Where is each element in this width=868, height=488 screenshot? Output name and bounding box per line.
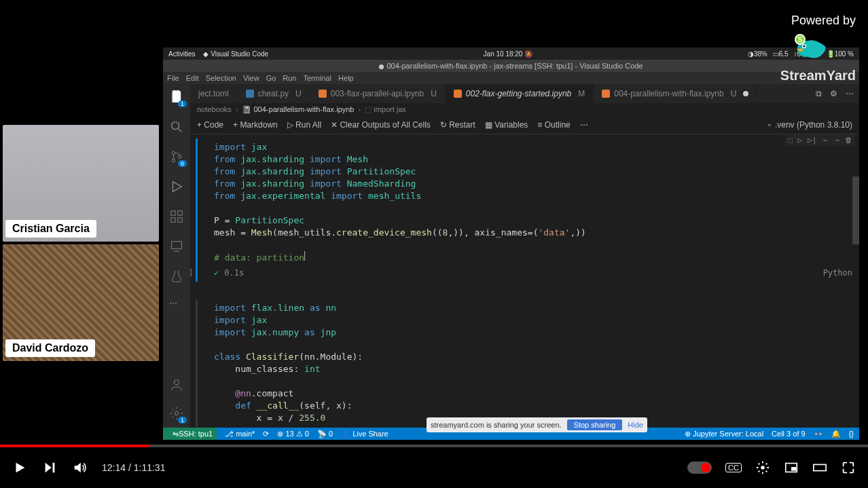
run-all-button[interactable]: ▷ Run All	[287, 120, 321, 130]
code-content-2[interactable]: import flax.linen as nn import jax impor…	[214, 302, 848, 424]
cell-language[interactable]: Python	[823, 268, 852, 278]
video-controls: 12:14 / 1:11:31 CC	[0, 447, 868, 488]
delete-cell-icon[interactable]: 🗑	[845, 136, 852, 145]
gnome-activities[interactable]: Activities	[168, 50, 195, 58]
remote-indicator[interactable]: ⇋ SSH: tpu1	[168, 428, 217, 440]
notifications-icon[interactable]: 🔔	[831, 430, 841, 438]
gnome-datetime: Jan 10 18:20	[484, 50, 523, 58]
notebook-icon	[454, 90, 462, 98]
share-notice-text: streamyard.com is sharing your screen.	[431, 421, 562, 429]
tab-cheat-py[interactable]: cheat.pyU	[238, 84, 310, 103]
code-cell-2[interactable]: import flax.linen as nn import jax impor…	[196, 299, 859, 427]
screen-share-notice: streamyard.com is sharing your screen. S…	[427, 417, 647, 432]
tab-003[interactable]: 003-flax-parallel-api.ipynbU	[310, 84, 446, 103]
theater-button[interactable]	[812, 460, 827, 475]
toolbar-more[interactable]: ⋯	[580, 120, 588, 130]
restart-button[interactable]: ↻ Restart	[440, 120, 475, 130]
svg-rect-12	[178, 218, 182, 222]
code-content[interactable]: import jax from jax.sharding import Mesh…	[214, 141, 848, 264]
gnome-battery-pct: ◑38%	[748, 50, 767, 58]
menu-run[interactable]: Run	[283, 74, 296, 82]
jupyter-server[interactable]: ⊕ Jupyter Server: Local	[685, 430, 763, 438]
menu-file[interactable]: File	[167, 74, 179, 82]
hide-notice-button[interactable]: Hide	[628, 421, 643, 429]
clear-outputs-button[interactable]: ✕ Clear Outputs of All Cells	[331, 120, 431, 130]
git-sync[interactable]: ⟳	[263, 430, 269, 438]
svg-rect-13	[172, 242, 182, 249]
manage-icon[interactable]: 1	[169, 406, 184, 421]
miniplayer-button[interactable]	[784, 460, 799, 475]
more-activity-icon[interactable]: ⋯	[169, 299, 184, 314]
vscode-window: Activities ◆ Visual Studio Code Jan 10 1…	[163, 48, 859, 440]
debug-ports[interactable]: 📡 0	[317, 430, 333, 438]
svg-rect-9	[171, 211, 175, 215]
live-share[interactable]: 👤 Live Share	[341, 430, 388, 438]
next-button[interactable]	[42, 460, 57, 475]
tab-004[interactable]: 004-parallelism-with-flax.ipynbU	[594, 84, 757, 103]
settings-icon[interactable]: ⚙	[830, 89, 837, 98]
streamyard-logo: S StreamYard	[774, 33, 856, 87]
cell-position[interactable]: Cell 3 of 9	[772, 430, 806, 438]
notebook-editor[interactable]: ⬚ ▷ ▷| ⫟ ⋯ 🗑 ▷ import jax from jax.shard…	[190, 134, 859, 428]
execute-below-icon[interactable]: ▷|	[808, 136, 816, 145]
outline-button[interactable]: ≡ Outline	[537, 120, 570, 130]
settings-button[interactable]	[755, 460, 770, 475]
autoplay-toggle[interactable]	[687, 462, 712, 474]
add-code-button[interactable]: + Code	[197, 120, 223, 130]
activity-bar: 1 6 ⋯ 1	[163, 84, 190, 428]
editor-scrollbar[interactable]	[852, 136, 859, 285]
menu-view[interactable]: View	[243, 74, 259, 82]
explorer-icon[interactable]: 1	[169, 90, 184, 105]
menu-edit[interactable]: Edit	[186, 74, 199, 82]
fullscreen-button[interactable]	[841, 460, 856, 475]
svg-rect-18	[791, 467, 796, 471]
svg-point-14	[174, 380, 179, 385]
editor-tabs: ject.toml cheat.pyU 003-flax-parallel-ap…	[163, 84, 859, 103]
split-cell-icon[interactable]: ⫟	[822, 136, 829, 145]
vscode-title-bar: 004-parallelism-with-flax.ipynb - jax-st…	[163, 60, 859, 72]
menu-go[interactable]: Go	[266, 74, 276, 82]
tab-ject-toml[interactable]: ject.toml	[190, 84, 238, 103]
tab-002[interactable]: 002-flax-getting-started.ipynbM	[446, 84, 594, 103]
svg-point-15	[175, 411, 179, 415]
more-icon[interactable]: ⋯	[846, 89, 854, 98]
volume-button[interactable]	[72, 460, 87, 475]
execute-cell-icon[interactable]: ▷	[798, 136, 803, 145]
accounts-icon[interactable]	[169, 377, 184, 392]
menu-terminal[interactable]: Terminal	[304, 74, 332, 82]
code-cell-1[interactable]: ⬚ ▷ ▷| ⫟ ⋯ 🗑 ▷ import jax from jax.shard…	[196, 138, 859, 282]
kernel-picker[interactable]: ▫ .venv (Python 3.8.10)	[768, 120, 852, 130]
remote-icon[interactable]	[169, 239, 184, 254]
run-by-line-icon[interactable]: ⬚	[788, 136, 793, 145]
gnome-top-bar: Activities ◆ Visual Studio Code Jan 10 1…	[163, 48, 859, 60]
menu-help[interactable]: Help	[338, 74, 354, 82]
notebook-toolbar: + Code + Markdown ▷ Run All ✕ Clear Outp…	[163, 115, 859, 134]
captions-button[interactable]: CC	[725, 463, 742, 472]
source-control-icon[interactable]: 6	[169, 149, 184, 164]
problems[interactable]: ⊗ 13 ⚠ 0	[277, 430, 309, 438]
notebook-icon	[319, 90, 327, 98]
extensions-icon[interactable]	[169, 209, 184, 224]
play-button[interactable]	[12, 460, 27, 475]
compare-icon[interactable]: ⧉	[816, 89, 822, 98]
svg-point-16	[761, 466, 765, 470]
status-icon-1[interactable]: 👓	[814, 430, 823, 438]
testing-icon[interactable]	[169, 269, 184, 284]
gnome-app[interactable]: ◆ Visual Studio Code	[203, 50, 268, 58]
check-icon: ✓	[214, 268, 219, 278]
search-icon[interactable]	[169, 119, 184, 134]
stop-sharing-button[interactable]: Stop sharing	[567, 419, 623, 430]
git-branch[interactable]: ⎇ main*	[225, 430, 255, 438]
svg-point-8	[178, 155, 181, 159]
breadcrumbs[interactable]: notebooks› 📓 004-parallelism-with-flax.i…	[163, 103, 859, 115]
menu-selection[interactable]: Selection	[206, 74, 236, 82]
status-brackets-icon[interactable]: {}	[849, 430, 854, 438]
add-markdown-button[interactable]: + Markdown	[233, 120, 278, 130]
variables-button[interactable]: ▦ Variables	[485, 120, 528, 130]
execution-count: [6]	[190, 268, 194, 278]
time-display: 12:14 / 1:11:31	[102, 462, 165, 473]
run-debug-icon[interactable]	[169, 179, 184, 194]
cell-more-icon[interactable]: ⋯	[835, 136, 839, 145]
svg-rect-11	[171, 218, 175, 222]
webcam-2-name: David Cardozo	[5, 339, 95, 357]
